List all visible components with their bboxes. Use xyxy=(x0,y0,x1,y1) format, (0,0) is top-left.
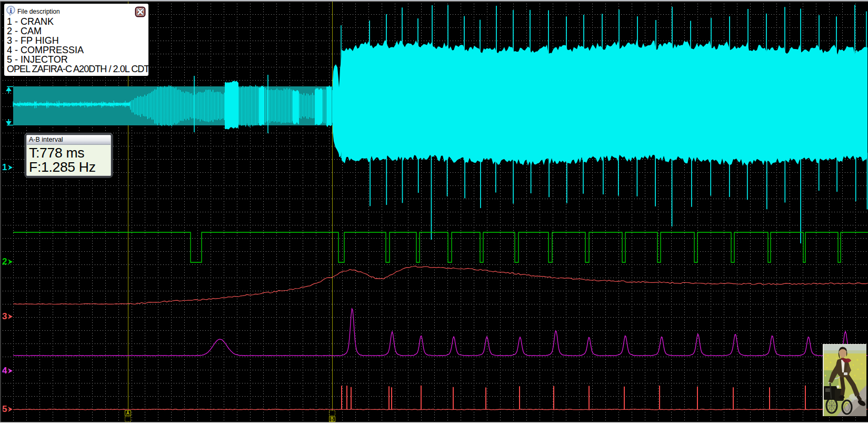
svg-text:i: i xyxy=(10,6,12,14)
